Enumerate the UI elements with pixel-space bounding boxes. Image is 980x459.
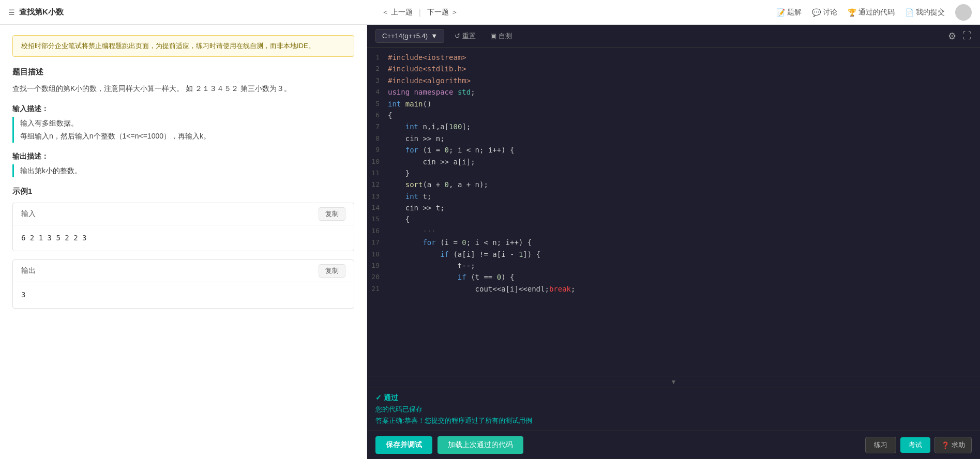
line-number: 15: [367, 213, 388, 225]
left-panel: 校招时部分企业笔试将禁止编程题跳出页面，为提前适应，练习时请使用在线自测，而非本…: [0, 25, 367, 459]
load-last-code-button[interactable]: 加载上次通过的代码: [438, 436, 523, 454]
line-content: cout<<a[i]<<endl;break;: [388, 283, 575, 295]
code-line-17: 17 for (i = 0; i < n; i++) {: [367, 237, 980, 248]
line-content: sort(a + 0, a + n);: [388, 179, 488, 190]
output-example-header: 输出 复制: [13, 260, 354, 282]
desc-title: 题目描述: [12, 67, 354, 77]
line-number: 16: [367, 225, 388, 237]
line-number: 13: [367, 191, 388, 202]
code-line-15: 15 {: [367, 213, 980, 225]
accepted-code-link[interactable]: 🏆 通过的代码: [848, 8, 895, 17]
code-line-14: 14 cin >> t;: [367, 202, 980, 213]
next-problem-link[interactable]: 下一题 ＞: [427, 8, 458, 17]
lang-label: C++14(g++5.4): [382, 32, 428, 40]
bottom-bar-right: 练习 考试 ❓ 求助: [865, 437, 972, 453]
line-number: 11: [367, 167, 388, 179]
line-number: 17: [367, 237, 388, 248]
code-editor[interactable]: 1 #include<iostream> 2 #include<stdlib.h…: [367, 48, 980, 376]
code-line-10: 10 cin >> a[i];: [367, 156, 980, 167]
output-desc-line1: 输出第k小的整数。: [20, 164, 354, 177]
output-content: 3: [13, 282, 354, 308]
line-content: #include<stdlib.h>: [388, 63, 466, 74]
line-number: 2: [367, 63, 388, 74]
code-line-8: 8 cin >> n;: [367, 133, 980, 144]
nav-center: ＜ 上一题 | 下一题 ＞: [382, 8, 458, 17]
output-title: 输出描述：: [12, 152, 354, 161]
line-content: {: [388, 110, 392, 121]
expand-icon[interactable]: ⛶: [962, 30, 972, 41]
help-icon: ❓: [941, 441, 949, 449]
settings-icon[interactable]: ⚙: [948, 30, 956, 42]
code-line-5: 5 int main(): [367, 98, 980, 110]
prev-problem-link[interactable]: ＜ 上一题: [382, 8, 413, 17]
line-content: #include<iostream>: [388, 52, 466, 63]
line-number: 7: [367, 121, 388, 132]
line-content: ···: [388, 225, 436, 237]
line-content: t--;: [388, 260, 475, 271]
code-line-9: 9 for (i = 0; i < n; i++) {: [367, 144, 980, 156]
main-layout: 校招时部分企业笔试将禁止编程题跳出页面，为提前适应，练习时请使用在线自测，而非本…: [0, 25, 980, 459]
line-number: 3: [367, 75, 388, 86]
chevron-down-icon: ▼: [431, 32, 438, 40]
code-line-11: 11 }: [367, 167, 980, 179]
line-content: cin >> n;: [388, 133, 445, 144]
scroll-indicator: ▼: [367, 376, 980, 388]
top-nav: ☰ 查找第K小数 ＜ 上一题 | 下一题 ＞ 📝 题解 💬 讨论 🏆 通过的代码…: [0, 0, 980, 25]
solution-link[interactable]: 📝 题解: [776, 8, 802, 17]
line-content: #include<algorithm>: [388, 75, 471, 86]
line-content: using namespace std;: [388, 86, 475, 98]
practice-button[interactable]: 练习: [865, 437, 896, 453]
editor-toolbar: C++14(g++5.4) ▼ ↺ 重置 ▣ 自测 ⚙ ⛶: [367, 25, 980, 48]
menu-icon[interactable]: ☰: [8, 8, 15, 17]
input-desc-line2: 每组输入n，然后输入n个整数（1<=n<=1000），再输入k。: [20, 130, 354, 143]
example-title: 示例1: [12, 187, 354, 196]
line-content: cin >> t;: [388, 202, 445, 213]
line-content: }: [388, 167, 410, 179]
code-line-2: 2 #include<stdlib.h>: [367, 63, 980, 74]
code-line-7: 7 int n,i,a[100];: [367, 121, 980, 132]
line-number: 9: [367, 144, 388, 156]
problem-content: 校招时部分企业笔试将禁止编程题跳出页面，为提前适应，练习时请使用在线自测，而非本…: [0, 25, 367, 459]
help-button[interactable]: ❓ 求助: [934, 437, 972, 453]
line-number: 6: [367, 110, 388, 121]
exam-button[interactable]: 考试: [900, 437, 930, 453]
nav-left: ☰ 查找第K小数: [8, 7, 64, 17]
line-number: 1: [367, 52, 388, 63]
discussion-link[interactable]: 💬 讨论: [812, 8, 837, 17]
save-debug-button[interactable]: 保存并调试: [375, 436, 432, 454]
line-number: 21: [367, 283, 388, 295]
result-correct: 答案正确:恭喜！您提交的程序通过了所有的测试用例: [375, 416, 972, 425]
input-title: 输入描述：: [12, 104, 354, 114]
help-label: 求助: [952, 440, 965, 450]
code-line-12: 12 sort(a + 0, a + n);: [367, 179, 980, 190]
nav-right: 📝 题解 💬 讨论 🏆 通过的代码 📄 我的提交: [776, 4, 972, 21]
code-line-16: 16 ···: [367, 225, 980, 237]
result-area: ✓ 通过 您的代码已保存 答案正确:恭喜！您提交的程序通过了所有的测试用例: [367, 388, 980, 431]
scroll-down-icon[interactable]: ▼: [671, 378, 677, 386]
code-line-18: 18 if (a[i] != a[i - 1]) {: [367, 249, 980, 260]
toolbar-right: ⚙ ⛶: [948, 30, 972, 42]
my-submissions-link[interactable]: 📄 我的提交: [905, 8, 945, 17]
warning-banner: 校招时部分企业笔试将禁止编程题跳出页面，为提前适应，练习时请使用在线自测，而非本…: [12, 35, 354, 57]
copy-input-button[interactable]: 复制: [319, 207, 345, 221]
line-content: for (i = 0; i < n; i++) {: [388, 237, 532, 248]
language-select[interactable]: C++14(g++5.4) ▼: [375, 29, 444, 43]
input-content: 6 2 1 3 5 2 2 3: [13, 225, 354, 251]
reset-button[interactable]: ↺ 重置: [450, 29, 480, 43]
input-example-header: 输入 复制: [13, 203, 354, 225]
line-content: int n,i,a[100];: [388, 121, 471, 132]
reset-label: 重置: [462, 32, 476, 41]
line-content: cin >> a[i];: [388, 156, 475, 167]
panel-resize-handle[interactable]: [365, 25, 367, 459]
code-line-13: 13 int t;: [367, 191, 980, 202]
result-pass: ✓ 通过: [375, 393, 972, 403]
line-number: 14: [367, 202, 388, 213]
selftest-button[interactable]: ▣ 自测: [486, 29, 516, 43]
input-desc-block: 输入有多组数据。 每组输入n，然后输入n个整数（1<=n<=1000），再输入k…: [12, 117, 354, 143]
output-desc-block: 输出第k小的整数。: [12, 164, 354, 177]
code-line-6: 6 {: [367, 110, 980, 121]
output-example-box: 输出 复制 3: [12, 259, 354, 308]
line-content: int t;: [388, 191, 431, 202]
copy-output-button[interactable]: 复制: [319, 264, 345, 278]
avatar[interactable]: [955, 4, 972, 21]
